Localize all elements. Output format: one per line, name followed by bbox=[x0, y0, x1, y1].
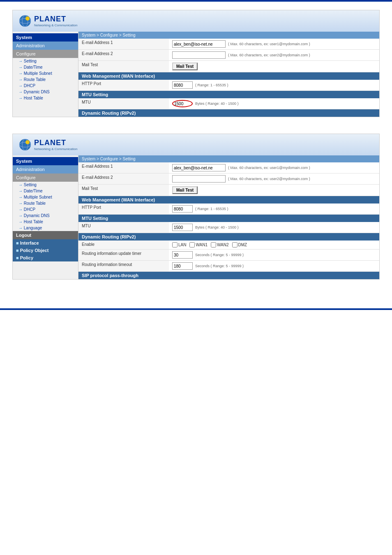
http-port-input-2[interactable] bbox=[172, 205, 193, 213]
email1-label-1: E-mail Address 1 bbox=[78, 39, 169, 49]
email1-input-2[interactable] bbox=[172, 164, 226, 171]
email1-row-1: E-mail Address 1 ( Max. 60 characters, e… bbox=[78, 39, 379, 50]
sidebar-routetable-1[interactable]: Route Table bbox=[13, 76, 78, 83]
email1-hint-1: ( Max. 60 characters, ex: user1@mydomain… bbox=[228, 42, 310, 46]
sidebar-administration-1[interactable]: Administration bbox=[13, 42, 78, 50]
httpport-row-2: HTTP Port ( Range: 1 - 65535 ) bbox=[78, 204, 379, 215]
dmz-checkbox[interactable] bbox=[232, 242, 238, 247]
sidebar-policyobject-2[interactable]: ■ Policy Object bbox=[13, 247, 78, 254]
wan2-checkbox[interactable] bbox=[211, 242, 216, 247]
email2-row-2: E-mail Address 2 ( Max. 60 characters, e… bbox=[78, 173, 379, 185]
page-content: PLANET Networking & Communication System… bbox=[0, 2, 392, 304]
sidebar-dynamicdns-1[interactable]: Dynamic DNS bbox=[13, 89, 78, 95]
httpport-value-1: ( Range: 1 - 65535 ) bbox=[169, 80, 379, 90]
sidebar-hosttable-1[interactable]: Host Table bbox=[13, 95, 78, 101]
enable-row-2: Enable LAN WAN1 bbox=[78, 240, 379, 250]
sidebar-interface-2[interactable]: ■ Interface bbox=[13, 239, 78, 247]
mtu-row-2: MTU Bytes ( Range: 40 - 1500 ) bbox=[78, 222, 379, 233]
svg-point-0 bbox=[19, 15, 31, 27]
mail-test-button-2[interactable]: Mail Test bbox=[172, 186, 198, 194]
sidebar-dynamicdns-2[interactable]: Dynamic DNS bbox=[13, 213, 78, 219]
lan-checkbox-label[interactable]: LAN bbox=[172, 242, 186, 247]
main-layout-2: System Administration Configure Setting … bbox=[13, 155, 379, 279]
email2-hint-1: ( Max. 60 characters, ex: user2@mydomain… bbox=[228, 53, 310, 57]
sidebar-multiplesubnet-2[interactable]: Multiple Subnet bbox=[13, 194, 78, 200]
sidebar-dhcp-1[interactable]: DHCP bbox=[13, 83, 78, 89]
email2-input-2[interactable] bbox=[172, 175, 226, 183]
mtu-input-1[interactable] bbox=[172, 100, 193, 107]
http-port-input-1[interactable] bbox=[172, 81, 193, 89]
sidebar-dhcp-2[interactable]: DHCP bbox=[13, 206, 78, 213]
update-timer-input-2[interactable] bbox=[172, 251, 193, 259]
update-timer-label-2: Routing information update timer bbox=[78, 250, 169, 260]
sidebar-1: System Administration Configure Setting … bbox=[13, 32, 78, 117]
email2-input-1[interactable] bbox=[172, 51, 226, 59]
mtu-value-2: Bytes ( Range: 40 - 1500 ) bbox=[169, 222, 379, 233]
planet-logo-1: PLANET Networking & Communication bbox=[18, 14, 77, 28]
planet-name-block-1: PLANET Networking & Communication bbox=[34, 15, 77, 27]
email2-value-1: ( Max. 60 characters, ex: user2@mydomain… bbox=[169, 50, 379, 60]
screenshot-block-1: PLANET Networking & Communication System… bbox=[12, 10, 380, 117]
email1-input-1[interactable] bbox=[172, 40, 226, 48]
mailtest-value-2: Mail Test bbox=[169, 185, 379, 196]
lan-checkbox[interactable] bbox=[172, 242, 178, 247]
sidebar-system-2[interactable]: System bbox=[13, 157, 78, 165]
planet-globe-icon-1 bbox=[18, 14, 32, 28]
mail-test-button-1[interactable]: Mail Test bbox=[172, 62, 198, 70]
sidebar-multiplesubnet-1[interactable]: Multiple Subnet bbox=[13, 70, 78, 76]
sidebar-datetime-2[interactable]: Date/Time bbox=[13, 188, 78, 194]
sip-section-2: SIP protocol pass-through bbox=[78, 272, 379, 279]
content-area-2: System > Configure > Setting E-mail Addr… bbox=[78, 155, 379, 279]
timeout-input-2[interactable] bbox=[172, 262, 193, 270]
email2-hint-2: ( Max. 60 characters, ex: user2@mydomain… bbox=[228, 177, 310, 181]
planet-header-2: PLANET Networking & Communication bbox=[13, 134, 379, 155]
dmz-checkbox-label[interactable]: DMZ bbox=[232, 242, 247, 247]
sidebar-configure-1[interactable]: Configure bbox=[13, 50, 78, 58]
sidebar-setting-1[interactable]: Setting bbox=[13, 58, 78, 64]
timeout-hint-2: Seconds ( Range: 5 - 99999 ) bbox=[195, 264, 244, 268]
sidebar-hosttable-2[interactable]: Host Table bbox=[13, 219, 78, 225]
mtu-section-2: MTU Setting bbox=[78, 215, 379, 222]
bottom-border bbox=[0, 308, 392, 310]
mtu-section-1: MTU Setting bbox=[78, 91, 379, 98]
svg-point-4 bbox=[19, 139, 31, 150]
dynamic-section-1: Dynamic Routing (RIPv2) bbox=[78, 109, 379, 117]
sidebar-system-1[interactable]: System bbox=[13, 33, 78, 42]
planet-name-2: PLANET bbox=[34, 139, 66, 147]
sidebar-datetime-1[interactable]: Date/Time bbox=[13, 64, 78, 70]
wan2-checkbox-label[interactable]: WAN2 bbox=[211, 242, 229, 247]
mtu-circle-1 bbox=[172, 100, 193, 107]
mtu-row-1: MTU Bytes ( Range: 40 - 1500 ) bbox=[78, 98, 379, 109]
planet-subtitle-1: Networking & Communication bbox=[34, 23, 77, 27]
svg-point-3 bbox=[25, 16, 30, 21]
sidebar-2: System Administration Configure Setting … bbox=[13, 155, 78, 279]
sidebar-administration-2[interactable]: Administration bbox=[13, 165, 78, 173]
email1-row-2: E-mail Address 1 ( Max. 60 characters, e… bbox=[78, 162, 379, 173]
sidebar-language-2[interactable]: Language bbox=[13, 225, 78, 231]
sidebar-logout-2[interactable]: Logout bbox=[13, 231, 78, 239]
mtu-input-2[interactable] bbox=[172, 224, 193, 231]
update-timer-value-2: Seconds ( Range: 5 - 99999 ) bbox=[169, 250, 379, 260]
httpport-label-2: HTTP Port bbox=[78, 204, 169, 214]
wan1-checkbox[interactable] bbox=[189, 242, 195, 247]
wan1-checkbox-label[interactable]: WAN1 bbox=[189, 242, 208, 247]
planet-globe-icon-2 bbox=[18, 137, 32, 152]
sidebar-setting-2[interactable]: Setting bbox=[13, 182, 78, 188]
sidebar-configure-2[interactable]: Configure bbox=[13, 173, 78, 182]
planet-header-1: PLANET Networking & Communication bbox=[13, 10, 379, 32]
timeout-value-2: Seconds ( Range: 5 - 99999 ) bbox=[169, 261, 379, 271]
email1-label-2: E-mail Address 1 bbox=[78, 162, 169, 173]
content-area-1: System > Configure > Setting E-mail Addr… bbox=[78, 32, 379, 117]
update-timer-hint-2: Seconds ( Range: 5 - 99999 ) bbox=[195, 253, 244, 257]
wan2-label: WAN2 bbox=[217, 243, 229, 247]
update-timer-row-2: Routing information update timer Seconds… bbox=[78, 250, 379, 261]
wan1-label: WAN1 bbox=[196, 243, 208, 247]
mailtest-row-1: Mail Test Mail Test bbox=[78, 61, 379, 72]
timeout-row-2: Routing information timeout Seconds ( Ra… bbox=[78, 261, 379, 272]
dmz-label: DMZ bbox=[238, 243, 247, 247]
sidebar-routetable-2[interactable]: Route Table bbox=[13, 200, 78, 206]
mailtest-label-2: Mail Test bbox=[78, 185, 169, 196]
sidebar-policy-2[interactable]: ■ Policy bbox=[13, 254, 78, 261]
lan-label: LAN bbox=[178, 243, 186, 247]
svg-point-7 bbox=[25, 140, 30, 144]
